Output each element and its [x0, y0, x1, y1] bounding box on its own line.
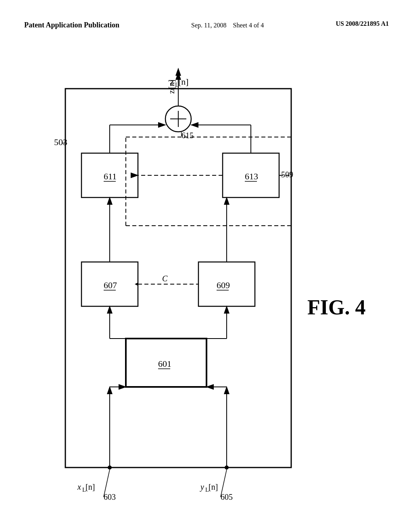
header-sheet: Sheet 4 of 4 [233, 22, 264, 29]
label-605: 605 [221, 493, 233, 500]
diagram-area: 503 zₗ[n] z L [n] 615 611 613 [24, 64, 389, 500]
label-503: 503 [54, 137, 67, 147]
label-zln-text: z [170, 77, 174, 87]
label-yln-text: y [200, 482, 204, 492]
header: Patent Application Publication Sep. 11, … [0, 20, 413, 31]
label-yln-bracket: [n] [209, 482, 218, 491]
svg-point-43 [108, 466, 112, 470]
label-xln-text: x [77, 482, 81, 491]
label-601: 601 [158, 359, 171, 369]
label-c: C [162, 274, 168, 283]
label-609: 609 [217, 280, 230, 290]
label-zln-bracket: [n] [178, 77, 189, 87]
label-615: 615 [181, 131, 194, 140]
label-613: 613 [245, 171, 258, 181]
label-603: 603 [104, 493, 116, 500]
patent-number: US 2008/221895 A1 [336, 20, 389, 27]
label-xln-bracket: [n] [86, 482, 95, 491]
svg-point-45 [225, 466, 229, 470]
label-611: 611 [104, 171, 117, 181]
label-607: 607 [104, 280, 117, 290]
header-date-sheet: Sep. 11, 2008 Sheet 4 of 4 [191, 20, 264, 31]
fig-label: FIG. 4 [307, 296, 365, 319]
header-date: Sep. 11, 2008 [191, 22, 226, 29]
publication-title: Patent Application Publication [24, 20, 119, 30]
